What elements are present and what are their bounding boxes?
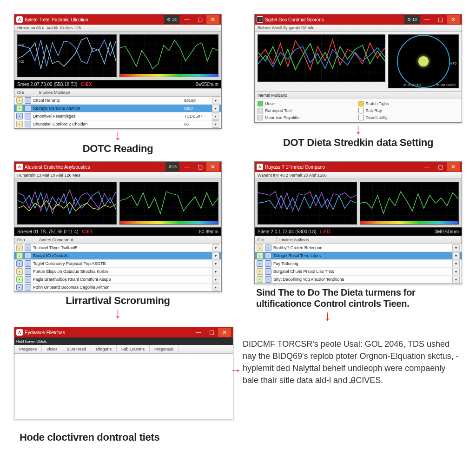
chevron-down-icon[interactable]: ▾ [212, 244, 219, 251]
window-d: Λ Rayass T 1Fmrical Compano — ▢ ✕ Wanent… [254, 161, 462, 284]
row-icon: ▪ [16, 260, 23, 267]
chevron-down-icon[interactable]: ▾ [212, 105, 219, 112]
chart-row [255, 179, 462, 227]
row-label: Fagls Brantholbos Rnanl Comttfont Asup6 [33, 277, 212, 282]
option-label: Sotr Ray [366, 108, 382, 113]
option-item[interactable]: Sotr Ray [358, 108, 459, 113]
option-item[interactable]: Rarospod Tos* [258, 108, 358, 113]
toolbar-button[interactable]: Mlegons [91, 345, 117, 353]
minimize-icon[interactable]: — [180, 15, 193, 24]
header-badge[interactable]: ⚙ 18 [164, 15, 179, 24]
titlebar-c[interactable]: Λ Aluslarst Crstichite Anylsoustics ⚙ 13… [14, 162, 221, 172]
arrow-down-icon: ↓ [14, 131, 222, 140]
titlebar-a[interactable]: Λ Bylete Tretel Pashalic Ulicolion ⚙ 18 … [14, 14, 221, 25]
dial-side-label: k70 [450, 61, 456, 66]
chevron-down-icon[interactable]: ▾ [212, 112, 219, 120]
chevron-down-icon[interactable]: ▾ [212, 120, 219, 128]
option-item[interactable]: Mearmse Payolitter [258, 115, 358, 120]
option-item[interactable]: Sratch Tighs [358, 101, 459, 106]
maximize-icon[interactable]: ▢ [193, 162, 206, 172]
col-a1: Ore [14, 89, 36, 96]
row-icon2: ▫ [25, 268, 31, 275]
checkbox-icon[interactable] [358, 115, 364, 120]
status-bar: Sitete 2 0.1 73.04 (5800.0.8) LED 0MGSD/… [255, 227, 462, 236]
chevron-down-icon[interactable]: ▾ [452, 252, 460, 259]
chevron-down-icon[interactable]: ▾ [212, 252, 219, 259]
chevron-down-icon[interactable]: ▾ [212, 97, 219, 104]
table-body-c: ▪▫Techicel Thyer Twiltonl5▾▪▫Sinupt IChi… [14, 244, 221, 291]
minimize-icon[interactable]: — [421, 162, 434, 172]
row-label: Techicel Thyer Twiltonl5 [33, 245, 212, 250]
checkbox-icon[interactable] [358, 108, 364, 113]
toolbar-button[interactable]: Victer [42, 345, 62, 353]
header-badge[interactable]: ⚙ 13 [165, 162, 179, 172]
minimize-icon[interactable]: — [421, 15, 434, 24]
menubar[interactable]: Wanent ItM 48.2 Verhait 20 Alef 1556 [255, 172, 462, 179]
table-row[interactable]: ▪▫Fagls Brantholbos Rnanl Comttfont Asup… [14, 276, 221, 284]
header-badge[interactable]: ⚙ 10 [404, 15, 420, 24]
close-icon[interactable]: ✕ [206, 162, 219, 172]
row-label: Slryt Daoohiing Yott Ancolor Teroltiona [273, 277, 452, 282]
table-row[interactable]: ▪▫Slryt Daoohiing Yott Ancolor Teroltion… [255, 276, 462, 284]
checkbox-icon[interactable] [258, 115, 263, 120]
chevron-down-icon[interactable]: ▾ [452, 268, 460, 275]
option-label: Rarospod Tos* [265, 108, 292, 113]
titlebar-b[interactable]: ≡ Sgrtel Gos Contmal Scorons ⚙ 10 — ▢ ✕ [255, 14, 462, 25]
table-row[interactable]: ▪▫Borgatel Churis Prsool Liss Thits▾ [255, 268, 462, 276]
toolbar-button[interactable]: 2.00 Resd [62, 345, 91, 353]
status-right: 0w050hum [196, 82, 218, 87]
minimize-icon[interactable]: — [180, 162, 193, 172]
table-row[interactable]: ▪▫Techicel Thyer Twiltonl5▾ [14, 244, 221, 252]
toolbar-button[interactable]: Pregenual [150, 345, 178, 353]
menubar[interactable]: Biduen Wnell fly gamle D8 mle [255, 25, 462, 32]
close-icon[interactable]: ✕ [218, 328, 231, 337]
table-row[interactable]: ▪▫Fay Tettoning▾ [255, 260, 462, 268]
window-b: ≡ Sgrtel Gos Contmal Scorons ⚙ 10 — ▢ ✕ … [254, 14, 462, 123]
table-row[interactable]: ▪▫Brahby"! Groten Retecpon▾ [255, 244, 462, 252]
chart-d-right [360, 182, 459, 225]
maximize-icon[interactable]: ▢ [434, 162, 447, 172]
chevron-down-icon[interactable]: ▾ [452, 260, 460, 267]
table-row[interactable]: ▪▫Sinupt IChiOostalls▾ [14, 252, 221, 260]
chevron-down-icon[interactable]: ▾ [212, 268, 219, 275]
table-row[interactable]: ▪▫Retrejte Memone AlentonIS50▾ [14, 105, 221, 112]
dial-gauge [397, 35, 450, 88]
titlebar-d[interactable]: Λ Rayass T 1Fmrical Compano — ▢ ✕ [255, 162, 462, 172]
row-icon: ▪ [16, 113, 23, 119]
table-row[interactable]: ▪▫Toglet Corononry Porpscal Fep ASGTB▾ [14, 260, 221, 268]
row-icon: ▪ [16, 121, 23, 127]
option-item[interactable]: Diamtl tettly [358, 115, 459, 120]
checkbox-icon[interactable] [358, 101, 364, 106]
toolbar-button[interactable]: Fab 1000ms [117, 345, 150, 353]
minimize-icon[interactable]: — [192, 328, 205, 337]
maximize-icon[interactable]: ▢ [193, 15, 206, 24]
status-left: Srreset 01 TS..751.68.0:11 4) [17, 229, 79, 234]
menu-icon[interactable]: ≡ [257, 16, 263, 23]
sub-menubar[interactable]: Hald bonen Utrists [14, 337, 233, 345]
checkbox-icon[interactable] [258, 108, 263, 113]
option-item[interactable]: Uose [258, 101, 358, 106]
menubar[interactable]: Himen an 66 d. Vaidik 10 Ales 128 [14, 25, 221, 32]
row-label: Borgatel Churis Prsool Liss Thits [273, 269, 452, 274]
close-icon[interactable]: ✕ [447, 15, 460, 24]
checkbox-icon[interactable] [258, 101, 263, 106]
chevron-down-icon[interactable]: ▾ [212, 284, 219, 291]
chevron-down-icon[interactable]: ▾ [212, 260, 219, 267]
table-row[interactable]: ▪▫C85ol Reronts68168▾ [14, 97, 221, 105]
close-icon[interactable]: ✕ [447, 162, 460, 172]
toolbar-button[interactable]: Pregoexs [14, 345, 42, 353]
chevron-down-icon[interactable]: ▾ [452, 244, 460, 251]
table-row[interactable]: ▪▫Pohn Onosard Socomas Cagoine Arithon▾ [14, 284, 221, 291]
maximize-icon[interactable]: ▢ [205, 328, 218, 337]
table-row[interactable]: ▪▫Dmontivel PseamlsgesTCDB507▾ [14, 112, 221, 120]
maximize-icon[interactable]: ▢ [434, 15, 447, 24]
row-icon2: ▫ [265, 276, 271, 283]
status-mode: LED [320, 229, 331, 234]
table-row[interactable]: ▪▫Sctogel Rusal Teeo Litors▾ [255, 252, 462, 260]
chevron-down-icon[interactable]: ▾ [212, 276, 219, 283]
menubar[interactable]: Hunatrein 13 Mat 10 Alef 126 Mes [14, 172, 221, 179]
close-icon[interactable]: ✕ [206, 15, 219, 24]
table-row[interactable]: ▪▫Fortun Elspcion Gatadus Strochia Korbi… [14, 268, 221, 276]
chevron-down-icon[interactable]: ▾ [452, 276, 460, 283]
titlebar-e[interactable]: Λ Eydnasos Filetchas — ▢ ✕ [14, 327, 233, 337]
